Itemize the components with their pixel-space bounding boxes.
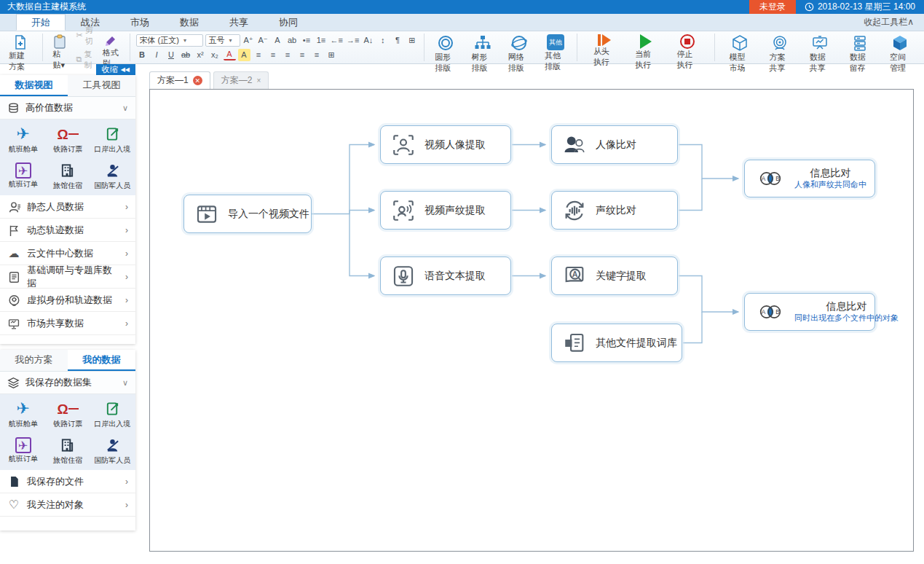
align-left-button[interactable]: ≡ [253,49,265,61]
node-voice-compare[interactable]: 声纹比对 [551,191,678,230]
other-layout-button[interactable]: 其他 其他排版 [540,33,571,62]
tab-data[interactable]: 数据 [165,14,214,31]
run-from-start-button[interactable]: 从头执行 [589,33,619,62]
grid-item-rail-ticket[interactable]: Ω 铁路订票 [46,122,89,157]
data-share-button[interactable]: 数据共享 [805,33,835,62]
section-my-saved-datasets[interactable]: 我保存的数据集 ∨ [0,372,135,394]
section-high-value-data[interactable]: 高价值数据 ∨ [0,97,135,120]
chevron-up-icon: ∨ [122,378,128,388]
font-name-select[interactable]: 宋体 (正文)▾ [136,34,203,47]
highlight-button[interactable]: A [238,49,250,61]
phonetic-button[interactable]: ab [286,34,299,47]
grow-font-button[interactable]: A⁺ [242,34,255,47]
sidebar-item-virtual-identity-data[interactable]: 虚拟身份和轨迹数据› [0,289,135,312]
svg-text:B: B [775,309,780,316]
grid-item-hotel-stay[interactable]: 旅馆住宿 [46,158,89,193]
network-layout-button[interactable]: 网络排版 [504,33,534,62]
tab-collab[interactable]: 协同 [264,14,313,31]
align-center-button[interactable]: ≡ [267,49,280,61]
node-keyword-extract[interactable]: A 关键字提取 [551,256,678,295]
change-case-button[interactable]: A [272,34,284,47]
cut-button[interactable]: ✂剪切 [74,25,95,47]
subscript-button[interactable]: x₂ [209,49,221,61]
grid-item-border-entry[interactable]: 口岸出入境 [91,122,134,157]
shrink-font-button[interactable]: A⁻ [257,34,269,47]
grid-item-flight-order[interactable]: ✈ 航班订单 [1,433,44,468]
tab-tool-view[interactable]: 工具视图 [68,75,135,96]
paragraph-mark-button[interactable]: ¶ [391,34,403,47]
close-icon[interactable]: ✕ [193,76,202,85]
grid-item-military-personnel[interactable]: 国防军人员 [91,158,134,193]
grid-item-military-personnel[interactable]: 国防军人员 [91,433,134,468]
model-market-button[interactable]: 模型市场 [724,33,754,62]
bullets-button[interactable]: •≡ [301,34,313,47]
grid-item-rail-ticket[interactable]: Ω 铁路订票 [46,396,89,431]
strikethrough-button[interactable]: ab [180,49,192,61]
sidebar-item-static-person-data[interactable]: 静态人员数据› [0,195,135,219]
sidebar-item-cloud-file-data[interactable]: ☁ 云文件中心数据› [0,242,135,265]
tab-market[interactable]: 市场 [115,14,165,31]
plan-share-button[interactable]: 方案共享 [765,33,795,62]
chevron-right-icon: › [125,202,128,212]
monitor-icon [7,316,20,331]
node-video-face-extract[interactable]: 视频人像提取 [380,125,511,164]
copy-button[interactable]: ⧉复制 [74,49,95,71]
close-icon[interactable]: × [256,77,261,85]
node-face-compare[interactable]: 人像比对 [551,125,678,164]
stop-button[interactable]: 停止执行 [672,33,702,62]
sidebar-item-research-library-data[interactable]: 基础调研与专题库数据› [0,265,135,289]
grid-item-flight-manifest[interactable]: ✈ 航班舱单 [1,122,44,157]
ribbon-tab-bar: 开始 战法 市场 数据 共享 协同 收起工具栏∧ [0,14,924,31]
sidebar-item-my-saved-files[interactable]: 我保存的文件› [0,470,135,493]
node-info-compare-1[interactable]: AB 信息比对 人像和声纹共同命中 [744,160,875,197]
justify-button[interactable]: ≡ [296,49,309,61]
login-status-badge[interactable]: 未登录 [749,0,796,14]
node-speech-to-text[interactable]: 语音文本提取 [380,256,511,295]
grid-item-flight-order[interactable]: ✈ 航班订单 [1,158,44,193]
collapse-toolbar-button[interactable]: 收起工具栏∧ [864,16,924,31]
underline-button[interactable]: U [165,49,178,61]
voiceprint-scan-icon [391,198,416,223]
grid-item-hotel-stay[interactable]: 旅馆住宿 [46,433,89,468]
node-other-files-lexicon[interactable]: 其他文件提取词库 [551,324,682,362]
node-import-video[interactable]: 导入一个视频文件 [183,195,312,233]
sort-button[interactable]: A↓ [362,34,374,47]
line-spacing-button[interactable]: ≡ [311,49,323,61]
new-plan-button[interactable]: 新建方案 [4,33,36,62]
tab-my-plans[interactable]: 我的方案 [0,350,68,371]
superscript-button[interactable]: x² [194,49,207,61]
format-painter-button[interactable]: 格式刷 [98,33,124,62]
sidebar-item-market-shared-data[interactable]: 市场共享数据› [0,312,135,335]
run-current-button[interactable]: 当前执行 [631,33,660,62]
italic-button[interactable]: I [151,49,163,61]
canvas-tab-plan2[interactable]: 方案—2 × [213,71,269,89]
space-manage-button[interactable]: 空间管理 [885,33,915,62]
align-right-button[interactable]: ≡ [282,49,294,61]
sidebar-item-dynamic-track-data[interactable]: 动态轨迹数据› [0,219,135,242]
grid-item-flight-manifest[interactable]: ✈ 航班舱单 [1,396,44,431]
bold-button[interactable]: B [136,49,149,61]
canvas-tab-plan1[interactable]: 方案—1 ✕ [149,71,210,89]
tree-layout-button[interactable]: 树形排版 [467,33,497,62]
sidebar-item-my-followed-objects[interactable]: ♡ 我关注的对象› [0,493,135,517]
tab-my-data[interactable]: 我的数据 [68,350,135,371]
tab-share[interactable]: 共享 [214,14,264,31]
indent-button[interactable]: →≡ [346,34,360,47]
table-button[interactable]: ⊞ [406,34,418,47]
spacing-button[interactable]: ↕ [376,34,389,47]
sidebar-collapse-button[interactable]: 收缩 ◀◀ [96,64,135,75]
tab-start[interactable]: 开始 [16,14,66,31]
outdent-button[interactable]: ←≡ [330,34,344,47]
tab-data-view[interactable]: 数据视图 [0,75,68,96]
flow-canvas[interactable]: 导入一个视频文件 视频人像提取 人像比对 视频声纹提取 声纹比对 [149,89,914,552]
font-color-button[interactable]: A [224,50,236,60]
data-retention-button[interactable]: 数据留存 [845,33,875,62]
circle-layout-button[interactable]: 圆形排版 [430,33,461,62]
font-size-select[interactable]: 五号▾ [205,34,240,47]
numbering-button[interactable]: 1≡ [315,34,328,47]
borders-button[interactable]: ⊞ [325,49,338,61]
node-info-compare-2[interactable]: AB 信息比对 同时出现在多个文件中的对象 [744,293,875,331]
grid-item-border-entry[interactable]: 口岸出入境 [91,396,134,431]
node-video-voice-extract[interactable]: 视频声纹提取 [380,191,511,230]
paste-button[interactable]: 粘贴▾ [48,33,71,62]
